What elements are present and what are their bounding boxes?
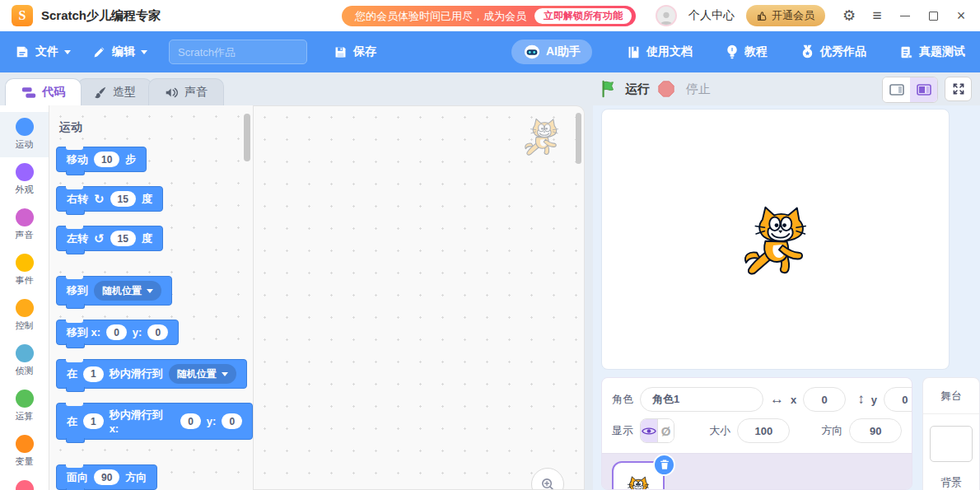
close-button[interactable]: ×: [954, 8, 968, 23]
palette-blocks: 移动10步右转↻15度左转↺15度移到随机位置移到 x:0y:0在1秒内滑行到随…: [49, 137, 253, 490]
block-number-input[interactable]: 0: [222, 413, 242, 429]
tab-costumes-label: 造型: [113, 85, 136, 100]
sprite-x-input[interactable]: [803, 387, 846, 412]
palette-block[interactable]: 移到随机位置: [56, 276, 172, 306]
sprite-size-input[interactable]: [737, 418, 790, 443]
tutorial-button-label: 教程: [744, 44, 768, 59]
project-name-input[interactable]: [169, 40, 307, 64]
stop-icon[interactable]: [657, 80, 675, 98]
block-number-input[interactable]: 15: [110, 191, 136, 207]
docs-button[interactable]: 使用文档: [627, 44, 693, 59]
small-stage-icon: [889, 84, 904, 96]
fullscreen-button[interactable]: [945, 77, 972, 101]
user-center-link[interactable]: 个人中心: [688, 8, 735, 23]
category-运动[interactable]: 运动: [0, 112, 49, 157]
menu-icon[interactable]: ≡: [870, 8, 884, 23]
block-number-input[interactable]: 0: [180, 413, 201, 429]
category-label: 变量: [16, 455, 34, 468]
palette-block[interactable]: 在1秒内滑行到随机位置: [56, 359, 247, 389]
stage[interactable]: [601, 109, 950, 370]
block-dropdown[interactable]: 随机位置: [94, 281, 161, 301]
script-canvas[interactable]: [254, 105, 585, 490]
user-avatar[interactable]: [656, 5, 677, 26]
test-document-icon: [899, 45, 913, 59]
category-自制积木[interactable]: 自制积木: [0, 474, 49, 490]
show-sprite-button[interactable]: [641, 419, 657, 442]
file-menu[interactable]: 文件: [15, 44, 71, 59]
category-label: 声音: [16, 229, 34, 241]
file-menu-label: 文件: [35, 44, 58, 59]
small-stage-button[interactable]: [883, 77, 910, 102]
palette-scrollbar[interactable]: [244, 114, 250, 161]
run-label[interactable]: 运行: [625, 82, 650, 97]
tutorial-button[interactable]: 教程: [726, 44, 768, 59]
category-侦测[interactable]: 侦测: [0, 338, 49, 384]
block-label: 右转: [67, 192, 88, 207]
save-button[interactable]: 保存: [334, 44, 376, 59]
palette-block[interactable]: 移动10步: [56, 147, 147, 172]
edit-menu[interactable]: 编辑: [92, 44, 147, 59]
sprite-name-input[interactable]: [640, 387, 763, 412]
size-label: 大小: [709, 423, 730, 438]
hide-sprite-button[interactable]: Ø: [657, 419, 674, 442]
sprite-list: [602, 454, 912, 489]
palette-block[interactable]: 面向90方向: [56, 464, 157, 490]
block-number-input[interactable]: 1: [83, 413, 104, 429]
category-声音[interactable]: 声音: [0, 203, 49, 248]
block-label: 方向: [125, 470, 147, 485]
stop-label[interactable]: 停止: [686, 82, 711, 97]
block-number-input[interactable]: 15: [110, 231, 136, 246]
speaker-icon: [165, 86, 179, 99]
edit-menu-label: 编辑: [112, 44, 135, 59]
block-number-input[interactable]: 90: [94, 469, 119, 485]
delete-sprite-button[interactable]: [653, 454, 675, 476]
palette-block[interactable]: 右转↻15度: [56, 186, 163, 212]
block-number-input[interactable]: 0: [147, 324, 168, 340]
tab-costumes[interactable]: 造型: [77, 78, 152, 105]
palette-block[interactable]: 移到 x:0y:0: [56, 320, 179, 345]
category-运算[interactable]: 运算: [0, 384, 49, 429]
tab-code[interactable]: 代码: [5, 78, 82, 105]
ai-assistant-button[interactable]: AI助手: [511, 40, 592, 64]
block-number-input[interactable]: 0: [106, 324, 127, 340]
excellent-works-button[interactable]: 优秀作品: [800, 44, 866, 59]
category-控制[interactable]: 控制: [0, 293, 49, 338]
vertical-arrow-icon: ↕: [857, 391, 865, 408]
medal-icon: [800, 44, 814, 59]
cat-sprite[interactable]: [740, 203, 819, 275]
script-scrollbar[interactable]: [576, 113, 581, 164]
sprite-y-input[interactable]: [884, 387, 912, 412]
tab-sounds[interactable]: 声音: [148, 78, 224, 105]
block-number-input[interactable]: 10: [94, 152, 119, 167]
exam-test-button[interactable]: 真题测试: [899, 44, 965, 59]
category-变量[interactable]: 变量: [0, 429, 49, 474]
trash-icon: [660, 460, 670, 470]
zoom-in-button[interactable]: [531, 468, 564, 490]
block-label: y:: [207, 415, 217, 427]
palette-block[interactable]: 左转↺15度: [56, 226, 163, 251]
sprite-direction-input[interactable]: [849, 418, 902, 443]
category-外观[interactable]: 外观: [0, 157, 49, 203]
tab-sounds-label: 声音: [184, 85, 208, 100]
category-color-dot: [16, 480, 34, 490]
palette-block[interactable]: 在1秒内滑行到 x:0y:0: [56, 403, 253, 440]
vip-button[interactable]: 开通会员: [746, 5, 825, 26]
app-title: Scratch少儿编程专家: [41, 8, 161, 24]
block-number-input[interactable]: 1: [83, 366, 104, 382]
category-事件[interactable]: 事件: [0, 248, 49, 293]
block-dropdown[interactable]: 随机位置: [169, 364, 236, 384]
sprite-panel: 角色 ↔ x ↕ y 显示: [601, 377, 912, 490]
turn-clockwise-icon: ↻: [94, 193, 105, 205]
backdrop-thumbnail[interactable]: [930, 426, 973, 462]
settings-gear-icon[interactable]: ⚙: [842, 8, 856, 23]
large-stage-button[interactable]: [910, 77, 937, 102]
green-flag-icon[interactable]: [600, 80, 618, 98]
block-palette: 运动 移动10步右转↻15度左转↺15度移到随机位置移到 x:0y:0在1秒内滑…: [49, 105, 254, 490]
unlock-features-button[interactable]: 立即解锁所有功能: [534, 8, 632, 24]
block-label: 在: [67, 366, 77, 381]
maximize-button[interactable]: [926, 8, 940, 23]
minimize-button[interactable]: [898, 8, 912, 23]
eye-icon: [642, 426, 656, 436]
show-label: 显示: [612, 423, 633, 438]
tabbar: 代码 造型 声音 运行 停止: [0, 72, 980, 105]
